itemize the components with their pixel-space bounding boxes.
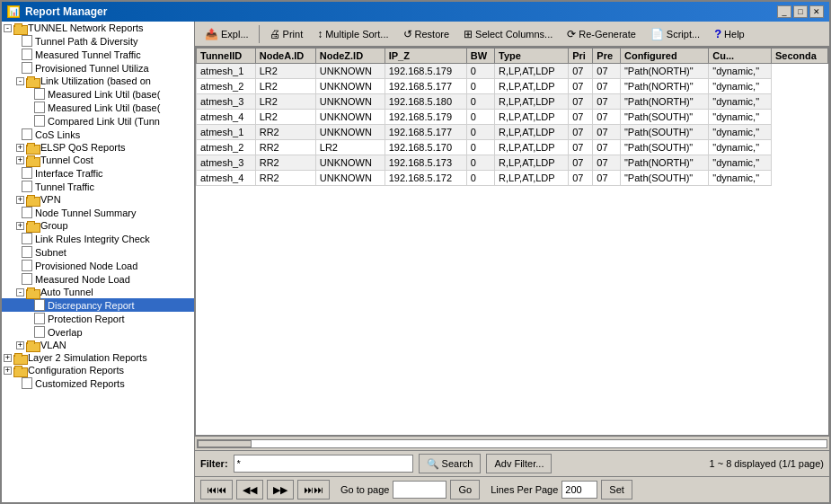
nav-last-button[interactable]: ⏭ [297, 480, 330, 500]
table-cell: UNKNOWN [315, 171, 385, 186]
regen-button[interactable]: Re-Generate [561, 25, 642, 43]
doc-icon [22, 62, 32, 74]
columns-button[interactable]: Select Columns... [457, 25, 559, 43]
script-button[interactable]: Script... [644, 25, 706, 43]
table-cell: R,LP,AT,LDP [495, 155, 569, 171]
sidebar-item-tunnel-path[interactable]: Tunnel Path & Diversity [2, 34, 194, 48]
table-row[interactable]: atmesh_3RR2UNKNOWN192.168.5.1730R,LP,AT,… [197, 155, 828, 171]
sidebar-item-link-rules[interactable]: Link Rules Integrity Check [2, 232, 194, 245]
sidebar-item-overlap[interactable]: Overlap [2, 325, 194, 339]
table-cell: 07 [593, 94, 621, 110]
col-pre[interactable]: Pre [593, 49, 621, 64]
col-tunnelid[interactable]: TunnelID [197, 49, 256, 64]
nav-next-button[interactable]: ▶ [267, 480, 294, 500]
table-row[interactable]: atmesh_4LR2UNKNOWN192.168.5.1790R,LP,AT,… [197, 110, 828, 125]
sidebar-item-auto-tunnel[interactable]: - Auto Tunnel [2, 286, 194, 298]
sidebar-item-cos-links[interactable]: CoS Links [2, 128, 194, 141]
table-row[interactable]: atmesh_2RR2LR2192.168.5.1700R,LP,AT,LDP0… [197, 140, 828, 155]
sort-button[interactable]: Multiple Sort... [311, 25, 394, 43]
table-cell: atmesh_2 [197, 79, 256, 94]
maximize-button[interactable]: □ [793, 5, 808, 18]
sidebar-item-elsp-qos[interactable]: + ELSP QoS Reports [2, 141, 194, 154]
go-button[interactable]: Go [450, 480, 480, 500]
hscrollbar[interactable] [197, 439, 827, 448]
sidebar-item-group[interactable]: + Group [2, 219, 194, 232]
sidebar-item-interface-traffic[interactable]: Interface Traffic [2, 166, 194, 180]
toggle-vpn[interactable]: + [16, 196, 24, 204]
filter-input[interactable] [234, 455, 413, 473]
table-row[interactable]: atmesh_1LR2UNKNOWN192.168.5.1790R,LP,AT,… [197, 64, 828, 79]
col-cu[interactable]: Cu... [709, 49, 772, 64]
table-cell: RR2 [255, 125, 315, 140]
sidebar-item-link-util[interactable]: - Link Utilization (based on [2, 75, 194, 87]
table-cell: RR2 [255, 140, 315, 155]
table-row[interactable]: atmesh_4RR2UNKNOWN192.168.5.1720R,LP,AT,… [197, 171, 828, 186]
sidebar-item-provisioned-tunnel[interactable]: Provisioned Tunnel Utiliza [2, 61, 194, 75]
table-row[interactable]: atmesh_1RR2UNKNOWN192.168.5.1770R,LP,AT,… [197, 125, 828, 140]
hscroll-thumb[interactable] [198, 440, 252, 447]
toggle-link-util[interactable]: - [16, 77, 24, 85]
nav-first-button[interactable]: ⏮ [200, 480, 233, 500]
col-type[interactable]: Type [495, 49, 569, 64]
toggle-config-reports[interactable]: + [4, 367, 12, 375]
nav-prev-button[interactable]: ◀ [236, 480, 263, 500]
sidebar-item-compared-link[interactable]: Compared Link Util (Tunn [2, 114, 194, 128]
sidebar-item-vpn[interactable]: + VPN [2, 193, 194, 206]
table-cell: R,LP,AT,LDP [495, 110, 569, 125]
table-row[interactable]: atmesh_2LR2UNKNOWN192.168.5.1770R,LP,AT,… [197, 79, 828, 94]
sidebar-item-node-tunnel-summary[interactable]: Node Tunnel Summary [2, 206, 194, 219]
sidebar-item-tunnel-network[interactable]: - TUNNEL Network Reports [2, 22, 194, 34]
minimize-button[interactable]: _ [777, 5, 791, 18]
table-cell: 192.168.5.170 [385, 140, 466, 155]
search-button[interactable]: Search [419, 454, 482, 473]
print-button[interactable]: Print [263, 25, 310, 43]
sidebar-item-measured-tunnel[interactable]: Measured Tunnel Traffic [2, 48, 194, 61]
col-ipz[interactable]: IP_Z [385, 49, 466, 64]
set-button[interactable]: Set [601, 480, 632, 500]
help-button[interactable]: Help [708, 24, 751, 43]
sidebar-item-layer2-sim[interactable]: + Layer 2 Simulation Reports [2, 351, 194, 364]
page-input[interactable] [393, 481, 446, 499]
col-pri[interactable]: Pri [569, 49, 593, 64]
sidebar-item-customized-reports[interactable]: Customized Reports [2, 376, 194, 390]
toggle-elsp-qos[interactable]: + [16, 144, 24, 152]
col-configured[interactable]: Configured [620, 49, 708, 64]
table-cell: 07 [593, 171, 621, 186]
toggle-group[interactable]: + [16, 222, 24, 230]
table-cell: 07 [593, 64, 621, 79]
sidebar-item-measured-util2[interactable]: Measured Link Util (base( [2, 101, 194, 114]
right-panel: Expl... Print Multiple Sort... Restore [195, 22, 829, 502]
table-cell: 07 [569, 140, 593, 155]
table-row[interactable]: atmesh_3LR2UNKNOWN192.168.5.1800R,LP,AT,… [197, 94, 828, 110]
folder-icon [26, 195, 39, 205]
toggle-layer2-sim[interactable]: + [4, 354, 12, 362]
toggle-tunnel-network[interactable]: - [4, 24, 12, 32]
sidebar-item-protection-report[interactable]: Protection Report [2, 312, 194, 325]
col-nodea[interactable]: NodeA.ID [255, 49, 315, 64]
adv-filter-button[interactable]: Adv Filter... [486, 454, 552, 473]
sidebar-item-provisioned-node-load[interactable]: Provisioned Node Load [2, 259, 194, 272]
sidebar-item-tunnel-cost[interactable]: + Tunnel Cost [2, 154, 194, 166]
sidebar-item-subnet[interactable]: Subnet [2, 245, 194, 259]
sidebar-item-measured-node-load[interactable]: Measured Node Load [2, 272, 194, 286]
table-cell: 07 [569, 125, 593, 140]
toggle-auto-tunnel[interactable]: - [16, 288, 24, 296]
table-cell: "dynamic," [709, 140, 772, 155]
col-nodez[interactable]: NodeZ.ID [315, 49, 385, 64]
close-button[interactable]: ✕ [809, 5, 824, 18]
table-cell: atmesh_3 [197, 94, 256, 110]
sidebar-item-config-reports[interactable]: + Configuration Reports [2, 364, 194, 376]
sidebar-item-vlan[interactable]: + VLAN [2, 339, 194, 351]
export-button[interactable]: Expl... [199, 25, 255, 43]
folder-icon [26, 155, 39, 165]
doc-icon [34, 115, 45, 127]
sidebar-item-tunnel-traffic[interactable]: Tunnel Traffic [2, 180, 194, 193]
col-bw[interactable]: BW [466, 49, 494, 64]
toggle-tunnel-cost[interactable]: + [16, 156, 24, 164]
sidebar-item-measured-util1[interactable]: Measured Link Util (base( [2, 87, 194, 101]
lpp-input[interactable] [561, 481, 597, 499]
col-seconda[interactable]: Seconda [771, 49, 827, 64]
sidebar-item-discrepancy-report[interactable]: Discrepancy Report [2, 298, 194, 312]
restore-button[interactable]: Restore [397, 25, 456, 43]
toggle-vlan[interactable]: + [16, 341, 24, 349]
